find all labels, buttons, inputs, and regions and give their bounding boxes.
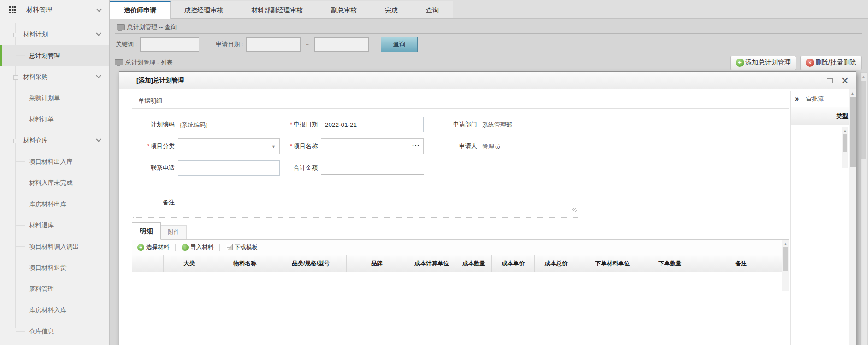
sidebar-item-project-material-return[interactable]: 项目材料退货 — [0, 257, 109, 279]
scroll-up-icon[interactable]: ▲ — [849, 89, 856, 95]
col-remark: 备注 — [693, 255, 789, 272]
collapse-panel-icon[interactable]: » — [795, 94, 799, 103]
sidebar-item-material-order[interactable]: 材料订单 — [0, 109, 109, 130]
col-cost-qty: 成本数量 — [456, 255, 492, 272]
search-button-label: 查询 — [393, 40, 406, 48]
sidebar-item-material-inbound-incomplete[interactable]: 材料入库未完成 — [0, 172, 109, 194]
sidebar-item-material-return[interactable]: 材料退库 — [0, 215, 109, 236]
remark-textarea[interactable] — [178, 187, 578, 213]
project-name-picker[interactable]: ··· — [321, 138, 424, 154]
divider — [219, 244, 220, 251]
contact-phone-input[interactable] — [178, 160, 280, 176]
tab-query[interactable]: 查询 — [412, 1, 453, 18]
workflow-tabbar: 造价师申请 成控经理审核 材料部副经理审核 副总审核 完成 查询 — [110, 0, 868, 19]
resize-handle-icon[interactable] — [572, 208, 577, 212]
declare-date-input[interactable] — [321, 117, 424, 132]
tab-material-dept-deputy-review[interactable]: 材料部副经理审核 — [237, 1, 317, 18]
apply-dept-value: 系统管理部 — [480, 118, 579, 131]
col-checkbox — [132, 255, 144, 272]
approval-flow-panel: » 审批流 类型 ▲ — [790, 91, 849, 345]
approval-panel-title: 审批流 — [806, 95, 824, 103]
sidebar-item-label: 材料采购 — [23, 73, 48, 81]
delete-icon: ✕ — [806, 59, 814, 67]
scroll-up-icon[interactable]: ▲ — [842, 127, 848, 133]
grid-scrollbar[interactable]: ▲ — [782, 240, 789, 291]
approval-scrollbar[interactable]: ▲ — [842, 127, 848, 168]
tab-label: 附件 — [168, 228, 179, 236]
sidebar-item-label: 材料订单 — [29, 115, 54, 124]
sidebar-item-material-plan[interactable]: 材料计划 — [0, 24, 109, 45]
tab-cost-engineer-apply[interactable]: 造价师申请 — [110, 1, 171, 19]
ellipsis-icon[interactable]: ··· — [412, 142, 420, 149]
scrollbar-thumb[interactable] — [783, 247, 788, 271]
sidebar-item-warehouse-material-outbound[interactable]: 库房材料出库 — [0, 194, 109, 215]
plan-code-value: {系统编码} — [178, 118, 280, 131]
query-form: 关键词 : 申请日期 : ~ 查询 — [110, 34, 868, 55]
col-material-name: 物料名称 — [215, 255, 275, 272]
col-cost-price: 成本单价 — [492, 255, 535, 272]
required-asterisk: * — [290, 121, 292, 128]
doc-detail-box: 单据明细 计划编码 {系统编码} *申报日期 申请部门 系 — [132, 93, 789, 220]
project-category-select[interactable]: ▼ — [178, 138, 280, 154]
plus-icon: + — [137, 244, 144, 251]
sidebar-item-warehouse-material-inbound[interactable]: 库房材料入库 — [0, 300, 109, 321]
select-material-button[interactable]: + 选择材料 — [137, 244, 169, 251]
doc-form: 计划编码 {系统编码} *申报日期 申请部门 系统管理部 — [132, 109, 789, 220]
tab-deputy-gm-review[interactable]: 副总审核 — [317, 1, 371, 18]
sidebar-item-warehouse-info[interactable]: 仓库信息 — [0, 321, 109, 342]
tab-label: 完成 — [385, 6, 398, 15]
sidebar-item-label: 项目材料出入库 — [29, 158, 73, 166]
divider — [175, 244, 176, 251]
col-category: 大类 — [164, 255, 215, 272]
scroll-up-icon[interactable]: ▲ — [782, 240, 789, 246]
list-section-header: 总计划管理 - 列表 + 添加总计划管理 ✕ 删除/批量删除 — [115, 55, 862, 71]
sidebar-item-label: 材料计划 — [23, 30, 48, 39]
page-scrollbar[interactable]: ▲ — [860, 72, 867, 345]
template-icon — [226, 244, 233, 250]
sidebar: 材料管理 材料计划 总计划管理 材料采购 采购计划单 材料订单 材料仓库 项目材… — [0, 0, 110, 345]
sidebar-item-procurement-plan-order[interactable]: 采购计划单 — [0, 88, 109, 109]
search-button[interactable]: 查询 — [381, 37, 418, 52]
sidebar-item-project-material-transfer[interactable]: 项目材料调入调出 — [0, 236, 109, 257]
monitor-icon — [115, 59, 122, 66]
delete-batch-button[interactable]: ✕ 删除/批量删除 — [800, 56, 862, 70]
sidebar-item-scrap-management[interactable]: 废料管理 — [0, 279, 109, 300]
required-asterisk: * — [147, 143, 149, 149]
add-button-label: 添加总计划管理 — [745, 59, 791, 67]
sidebar-root-material-management[interactable]: 材料管理 — [0, 0, 109, 20]
tab-detail[interactable]: 明细 — [132, 222, 161, 240]
tab-cost-control-manager-review[interactable]: 成控经理审核 — [171, 1, 237, 18]
date-to-input[interactable] — [314, 37, 369, 52]
keyword-label: 关键词 : — [116, 40, 137, 48]
import-material-button[interactable]: ↓ 导入材料 — [182, 244, 213, 251]
download-template-button[interactable]: 下载模板 — [226, 244, 258, 251]
scroll-up-icon[interactable]: ▲ — [861, 73, 867, 79]
date-from-input[interactable] — [246, 37, 301, 52]
sidebar-item-label: 库房材料入库 — [29, 306, 66, 315]
sidebar-item-label: 项目材料退货 — [29, 264, 66, 272]
total-amount-value — [321, 161, 424, 175]
tab-complete[interactable]: 完成 — [371, 1, 412, 18]
sidebar-item-master-plan-management[interactable]: 总计划管理 — [0, 45, 109, 66]
keyword-input[interactable] — [140, 37, 199, 52]
sidebar-item-label: 采购计划单 — [29, 94, 60, 102]
detail-panel: + 选择材料 ↓ 导入材料 下载模板 — [132, 239, 789, 345]
dialog-scrollbar[interactable]: ▲ — [849, 89, 856, 345]
sidebar-item-material-warehouse[interactable]: 材料仓库 — [0, 130, 109, 151]
scrollbar-thumb[interactable] — [843, 134, 847, 152]
sidebar-item-project-material-in-out[interactable]: 项目材料出入库 — [0, 151, 109, 172]
scrollbar-thumb[interactable] — [861, 81, 866, 159]
chevron-down-icon — [96, 6, 101, 12]
tab-label: 副总审核 — [331, 6, 357, 15]
scrollbar-thumb[interactable] — [850, 97, 856, 167]
tab-attachment[interactable]: 附件 — [161, 225, 187, 239]
maximize-icon[interactable] — [827, 78, 833, 83]
add-master-plan-button[interactable]: + 添加总计划管理 — [730, 56, 796, 70]
sidebar-item-label: 材料退库 — [29, 221, 54, 230]
chevron-down-icon: ▼ — [272, 144, 276, 149]
grid-menu-icon — [9, 6, 16, 13]
sidebar-item-material-procurement[interactable]: 材料采购 — [0, 66, 109, 88]
approval-col-type: 类型 — [803, 107, 849, 125]
apply-date-label: 申请日期 : — [216, 40, 243, 48]
close-icon[interactable]: × — [841, 76, 849, 85]
